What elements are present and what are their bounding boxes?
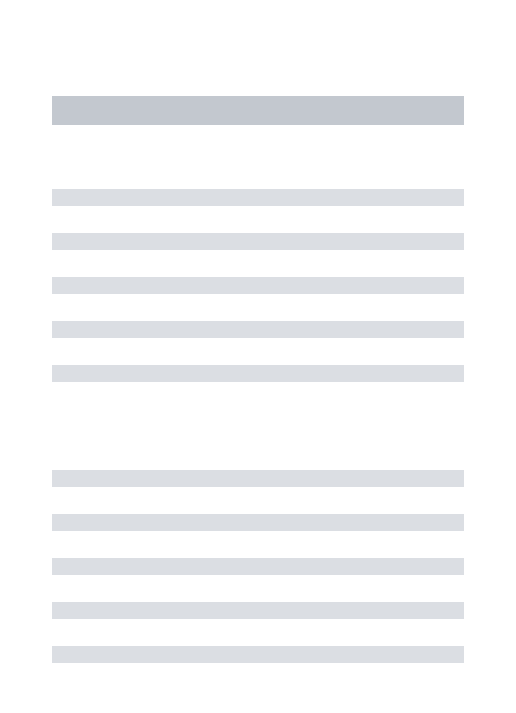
text-line-placeholder: [52, 189, 464, 206]
text-line-placeholder: [52, 365, 464, 382]
text-line-placeholder: [52, 514, 464, 531]
text-line-placeholder: [52, 558, 464, 575]
text-line-placeholder: [52, 470, 464, 487]
title-placeholder: [52, 96, 464, 125]
text-line-placeholder: [52, 277, 464, 294]
paragraph-placeholder-2: [52, 470, 464, 663]
text-line-placeholder: [52, 646, 464, 663]
text-line-placeholder: [52, 321, 464, 338]
text-line-placeholder: [52, 233, 464, 250]
paragraph-placeholder-1: [52, 189, 464, 382]
text-line-placeholder: [52, 602, 464, 619]
